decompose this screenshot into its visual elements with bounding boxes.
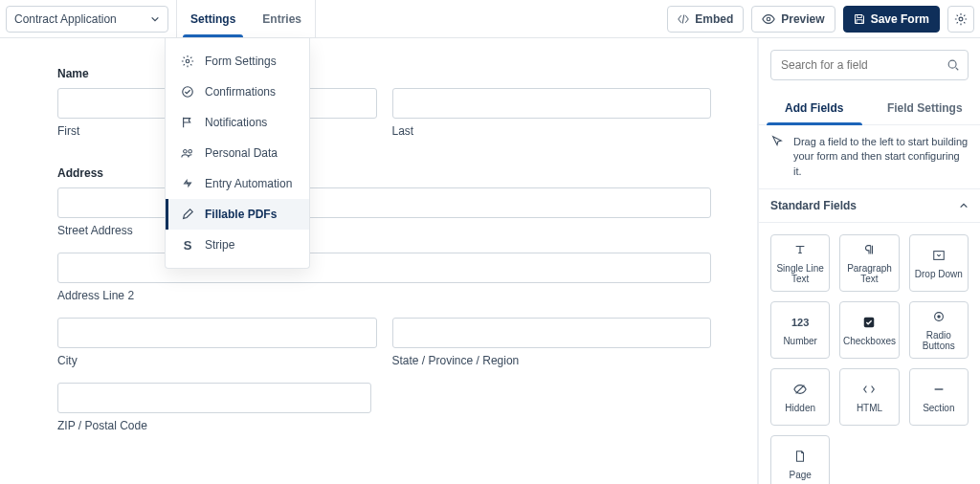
field-checkboxes[interactable]: Checkboxes: [839, 301, 899, 359]
topbar: Contract Application Settings Entries Em…: [0, 0, 980, 38]
svg-point-3: [959, 17, 963, 21]
main-tabs: Settings Entries: [176, 0, 316, 37]
page-icon: [792, 449, 808, 464]
embed-button[interactable]: Embed: [667, 6, 744, 33]
menu-item-label: Form Settings: [205, 55, 277, 68]
menu-item-label: Personal Data: [205, 146, 278, 160]
field-label: HTML: [857, 403, 882, 413]
right-panel: Add Fields Field Settings Drag a field t…: [758, 38, 980, 484]
field-label: Page: [789, 470, 811, 480]
menu-item-confirmations[interactable]: Confirmations: [166, 77, 309, 107]
tab-field-settings[interactable]: Field Settings: [870, 92, 981, 124]
sublabel-city: City: [57, 354, 377, 367]
field-html[interactable]: HTML: [839, 368, 899, 426]
svg-point-12: [937, 315, 941, 319]
sublabel-last: Last: [392, 124, 712, 138]
menu-item-label: Fillable PDFs: [205, 208, 277, 221]
sublabel-street: Street Address: [57, 224, 711, 237]
menu-item-label: Entry Automation: [205, 177, 292, 190]
menu-item-notifications[interactable]: Notifications: [166, 107, 309, 138]
number-icon: 123: [792, 315, 808, 330]
search-input[interactable]: [779, 57, 947, 73]
svg-point-8: [948, 60, 956, 68]
field-hidden[interactable]: Hidden: [770, 368, 830, 426]
people-icon: [180, 145, 195, 161]
field-label: Paragraph Text: [840, 263, 898, 284]
field-single-line-text[interactable]: Single Line Text: [770, 234, 830, 292]
svg-rect-1: [857, 15, 861, 18]
field-paragraph-text[interactable]: Paragraph Text: [839, 234, 899, 292]
field-label: Radio Buttons: [910, 330, 968, 351]
tab-label: Field Settings: [887, 101, 963, 115]
menu-item-form-settings[interactable]: Form Settings: [166, 46, 309, 77]
field-radio-buttons[interactable]: Radio Buttons: [909, 301, 969, 359]
tab-settings[interactable]: Settings: [177, 0, 249, 37]
last-name-input[interactable]: [392, 88, 712, 119]
button-label: Embed: [695, 12, 733, 26]
form-options-button[interactable]: [947, 6, 974, 33]
chevron-up-icon: [959, 201, 969, 210]
radio-icon: [931, 309, 947, 324]
gear-icon: [954, 12, 968, 26]
dropdown-icon: [931, 248, 947, 263]
check-circle-icon: [180, 84, 195, 99]
code-icon: [678, 13, 689, 25]
menu-item-stripe[interactable]: S Stripe: [166, 230, 309, 260]
tab-label: Add Fields: [785, 101, 843, 115]
svg-rect-2: [857, 20, 862, 24]
code-icon: [861, 382, 877, 397]
field-label: Hidden: [785, 403, 815, 413]
field-drop-down[interactable]: Drop Down: [909, 234, 969, 292]
menu-item-personal-data[interactable]: Personal Data: [166, 138, 309, 168]
svg-point-0: [768, 17, 771, 21]
right-panel-tabs: Add Fields Field Settings: [759, 92, 980, 125]
street-address-input[interactable]: [57, 187, 711, 218]
field-section[interactable]: Section: [909, 368, 969, 426]
form-select-label: Contract Application: [14, 12, 117, 26]
form-select[interactable]: Contract Application: [6, 6, 168, 33]
city-input[interactable]: [57, 318, 377, 348]
field-label: Drop Down: [915, 269, 963, 279]
chevron-down-icon: [150, 14, 160, 24]
form-canvas: Name First Last Address Street Address A…: [0, 38, 758, 484]
tab-label: Settings: [190, 12, 235, 26]
section-standard-fields[interactable]: Standard Fields: [759, 189, 980, 223]
settings-dropdown: Form Settings Confirmations Notification…: [165, 38, 310, 269]
field-grid: Single Line Text Paragraph Text Drop Dow…: [759, 223, 980, 484]
pen-icon: [180, 207, 195, 222]
preview-button[interactable]: Preview: [751, 6, 835, 33]
tab-add-fields[interactable]: Add Fields: [759, 92, 870, 124]
field-label: Address: [57, 166, 711, 180]
stripe-icon: S: [180, 237, 195, 253]
panel-hint: Drag a field to the left to start buildi…: [759, 125, 980, 189]
menu-item-fillable-pdfs[interactable]: Fillable PDFs: [166, 199, 309, 230]
field-label: Number: [783, 336, 817, 346]
search-field[interactable]: [770, 50, 969, 80]
save-button[interactable]: Save Form: [843, 6, 940, 33]
svg-point-4: [186, 59, 189, 63]
text-icon: [792, 242, 808, 257]
save-icon: [854, 13, 865, 25]
sublabel-zip: ZIP / Postal Code: [57, 419, 371, 432]
pilcrow-icon: [861, 242, 877, 257]
tab-entries[interactable]: Entries: [249, 0, 315, 37]
menu-item-entry-automation[interactable]: Entry Automation: [166, 168, 309, 199]
field-label: Single Line Text: [771, 263, 829, 284]
menu-item-label: Stripe: [205, 238, 234, 252]
svg-rect-9: [934, 251, 945, 259]
svg-point-5: [183, 87, 193, 98]
field-name: Name First Last: [57, 67, 711, 138]
field-page[interactable]: Page: [770, 435, 830, 484]
eye-icon: [762, 12, 775, 26]
state-input[interactable]: [392, 318, 712, 348]
address-line2-input[interactable]: [57, 253, 711, 283]
field-address: Address Street Address Address Line 2 Ci…: [57, 166, 711, 432]
field-label: Name: [57, 67, 711, 80]
svg-point-7: [189, 150, 192, 154]
sublabel-state: State / Province / Region: [392, 354, 712, 367]
field-number[interactable]: 123 Number: [770, 301, 830, 359]
cursor-icon: [770, 135, 784, 179]
zip-input[interactable]: [57, 383, 371, 413]
svg-point-6: [184, 150, 188, 154]
menu-item-label: Notifications: [205, 116, 267, 129]
